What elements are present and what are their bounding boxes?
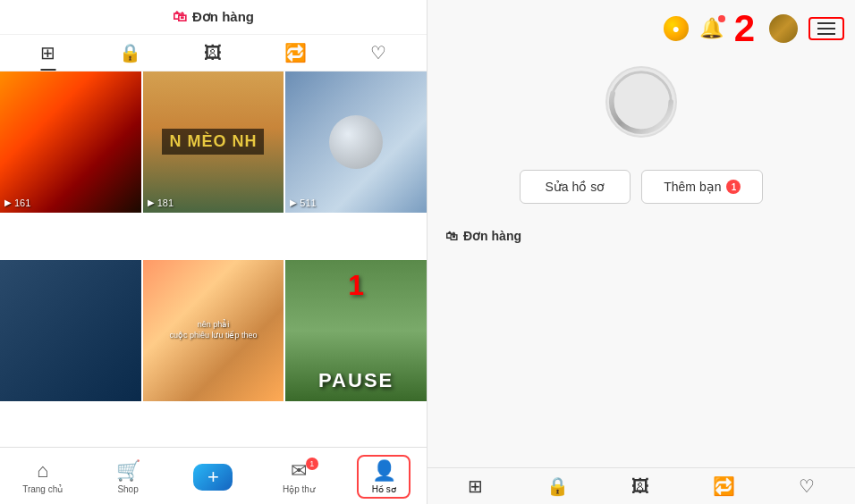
coin-icon: ● [664, 16, 689, 41]
nav-profile[interactable]: 👤 Hồ sơ [357, 455, 411, 499]
right-lock-icon: 🔒 [546, 475, 569, 497]
bell-icon: 🔔 [699, 17, 724, 39]
filter-lock[interactable]: 🔒 [119, 42, 141, 63]
nav-plus[interactable]: + [186, 464, 240, 491]
nav-shop-label: Shop [117, 484, 138, 494]
left-panel: 🛍 Đơn hàng ⊞ 🔒 🖼 🔁 ♡ ▶ 161 [0, 0, 428, 504]
nav-shop[interactable]: 🛒 Shop [101, 459, 155, 494]
image-icon: 🖼 [204, 43, 222, 63]
filter-retweet[interactable]: 🔁 [284, 42, 307, 63]
left-header-text: Đơn hàng [192, 9, 254, 25]
play-count-3: ▶ 511 [290, 197, 316, 208]
shop-nav-icon: 🛒 [116, 459, 140, 483]
nav-inbox-label: Hộp thư [283, 484, 315, 494]
notification-bell[interactable]: 🔔 [699, 17, 724, 40]
video-cell-3[interactable]: ▶ 511 [285, 71, 427, 213]
video-cell-2[interactable]: N MÈO NH ▶ 181 [143, 71, 284, 213]
red-number-1: 1 [348, 269, 364, 302]
right-panel: ● 🔔 2 [428, 0, 855, 504]
heart-icon: ♡ [370, 42, 386, 63]
right-heart-icon: ♡ [799, 475, 815, 497]
plus-icon: + [207, 466, 219, 489]
avatar-small[interactable] [769, 14, 798, 43]
add-friend-button[interactable]: Thêm bạn 1 [641, 170, 763, 204]
left-filter-bar: ⊞ 🔒 🖼 🔁 ♡ [0, 35, 427, 71]
filter-image[interactable]: 🖼 [204, 43, 222, 63]
add-friend-label: Thêm bạn [664, 180, 721, 194]
friend-badge: 1 [726, 180, 741, 194]
video-cell-4[interactable] [0, 260, 141, 401]
count-1: 161 [14, 197, 30, 208]
don-hang-label: 🛍 Đơn hàng [445, 229, 521, 243]
profile-section [428, 57, 855, 155]
right-image-icon: 🖼 [631, 476, 649, 497]
inbox-badge: 1 [306, 458, 318, 470]
filter-heart[interactable]: ♡ [370, 42, 386, 63]
right-filter-image[interactable]: 🖼 [631, 476, 649, 497]
play-count-1: ▶ 161 [4, 197, 30, 208]
play-icon-1: ▶ [4, 197, 12, 207]
edit-profile-button[interactable]: Sửa hồ sơ [520, 170, 631, 204]
bottom-nav: ⌂ Trang chủ 🛒 Shop + ✉ 1 Hộp thư 👤 Hồ sơ [0, 447, 427, 504]
lock-icon: 🔒 [119, 42, 141, 63]
video-cell-1[interactable]: ▶ 161 [0, 71, 141, 213]
right-header: ● 🔔 2 [428, 0, 855, 57]
play-count-2: ▶ 181 [148, 197, 174, 208]
step-number-2: 2 [734, 7, 755, 50]
video-cell-5[interactable]: nên phảicuộc phiêu lưu tiếp theo [143, 260, 284, 401]
play-icon-2: ▶ [148, 197, 155, 207]
right-filter-lock[interactable]: 🔒 [546, 475, 569, 497]
video-cell-6[interactable]: 1 PAUSE [285, 260, 427, 401]
avatar-ring-svg [607, 66, 675, 138]
profile-icon: 👤 [372, 459, 396, 483]
menu-button[interactable] [808, 17, 844, 40]
action-buttons: Sửa hồ sơ Thêm bạn 1 [428, 155, 855, 218]
left-header: 🛍 Đơn hàng [0, 0, 427, 35]
don-hang-icon: 🛍 [445, 229, 458, 243]
retweet-icon: 🔁 [284, 42, 307, 63]
nav-home[interactable]: ⌂ Trang chủ [16, 459, 70, 494]
count-3: 511 [300, 197, 316, 208]
grid-icon: ⊞ [40, 42, 55, 63]
play-icon-3: ▶ [290, 197, 297, 207]
nav-profile-label: Hồ sơ [372, 484, 396, 494]
don-hang-section: 🛍 Đơn hàng [428, 218, 855, 250]
pause-text: PAUSE [318, 369, 394, 392]
don-hang-text: Đơn hàng [463, 229, 521, 243]
right-filter-retweet[interactable]: 🔁 [713, 475, 735, 497]
store-text: N MÈO NH [162, 129, 264, 155]
post-text-overlay: nên phảicuộc phiêu lưu tiếp theo [150, 319, 277, 341]
menu-line-2 [817, 28, 835, 29]
right-filter-heart[interactable]: ♡ [799, 475, 815, 497]
video-grid: ▶ 161 N MÈO NH ▶ 181 ▶ 511 [0, 71, 427, 447]
home-icon: ⌂ [37, 459, 48, 483]
left-header-title: 🛍 Đơn hàng [173, 9, 254, 25]
count-2: 181 [157, 197, 174, 208]
right-grid-icon: ⊞ [468, 475, 483, 497]
right-filter-bar: ⊞ 🔒 🖼 🔁 ♡ [428, 467, 855, 504]
store-overlay: N MÈO NH [143, 71, 284, 213]
right-filter-grid[interactable]: ⊞ [468, 475, 483, 497]
right-retweet-icon: 🔁 [713, 475, 735, 497]
plus-button[interactable]: + [193, 464, 233, 491]
inbox-icon: ✉ [291, 459, 307, 483]
nav-home-label: Trang chủ [22, 484, 63, 494]
menu-line-3 [817, 33, 835, 35]
menu-line-1 [817, 22, 835, 24]
nav-inbox[interactable]: ✉ 1 Hộp thư [272, 459, 326, 494]
filter-grid[interactable]: ⊞ [40, 42, 55, 63]
shop-icon: 🛍 [173, 9, 187, 25]
profile-avatar [605, 66, 677, 138]
